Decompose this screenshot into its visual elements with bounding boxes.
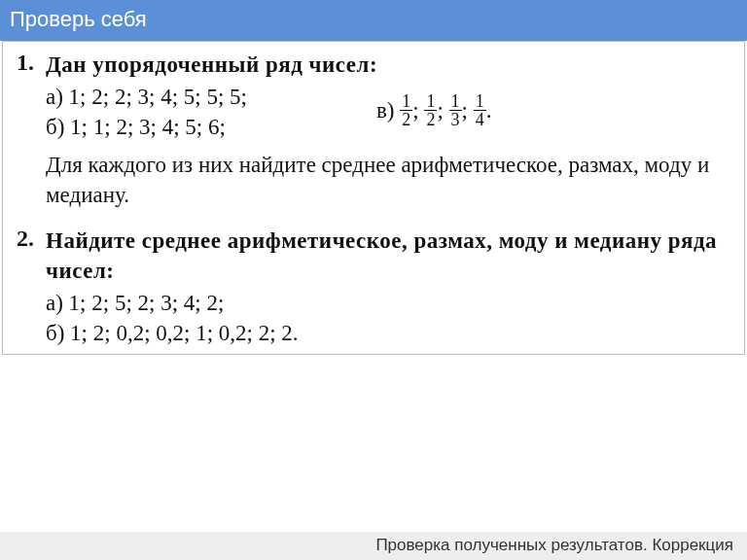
problem-2-statement: Найдите среднее арифметическое, размах, … [46, 226, 730, 286]
problem-2: 2. Найдите среднее арифметическое, разма… [3, 226, 744, 348]
fraction-3: 13 [449, 92, 462, 128]
problem-1-number: 1. [17, 50, 46, 76]
option-v-label: в) [376, 97, 395, 122]
fraction-4: 14 [474, 92, 486, 128]
problem-2-number: 2. [17, 226, 46, 252]
content-frame: 1. Дан упорядоченный ряд чисел: а) 1; 2;… [2, 41, 745, 355]
problem-1-statement: Дан упорядоченный ряд чисел: [46, 50, 730, 80]
slide-footer: Проверка полученных результатов. Коррекц… [0, 532, 747, 560]
problem-1-option-b: б) 1; 1; 2; 3; 4; 5; 6; [46, 112, 338, 142]
problem-2-option-b: б) 1; 2; 0,2; 0,2; 1; 0,2; 2; 2. [46, 318, 730, 348]
problem-1: 1. Дан упорядоченный ряд чисел: а) 1; 2;… [3, 50, 744, 210]
problem-2-option-a: а) 1; 2; 5; 2; 3; 4; 2; [46, 288, 730, 318]
header-title: Проверь себя [10, 7, 147, 31]
fraction-2: 12 [424, 92, 437, 128]
fraction-1: 12 [400, 92, 412, 128]
footer-text: Проверка полученных результатов. Коррекц… [375, 536, 733, 554]
problem-1-option-v: в) 12; 12; 13; 14. [376, 94, 491, 130]
problem-1-option-a: а) 1; 2; 2; 3; 4; 5; 5; 5; [46, 82, 338, 112]
problem-1-instruction: Для каждого из них найдите среднее арифм… [46, 150, 730, 210]
slide-header: Проверь себя [0, 0, 747, 41]
